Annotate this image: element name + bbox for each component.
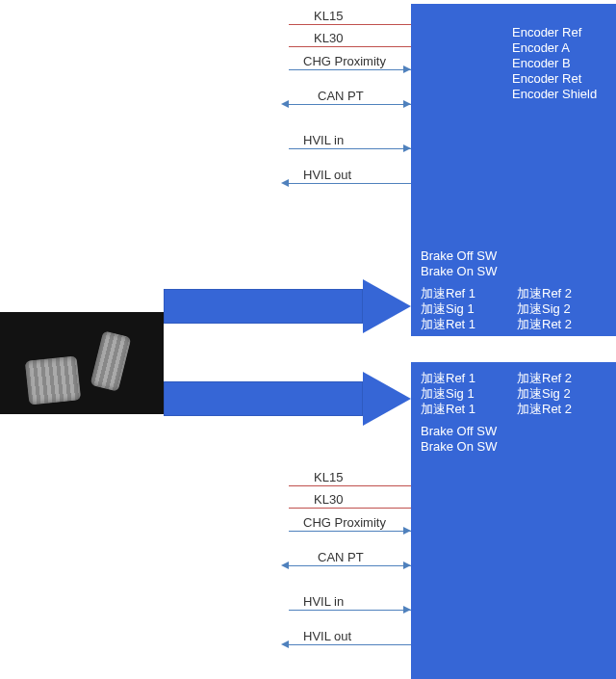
hvil-in-wire-top [289,148,411,149]
encoder-shield-label: Encoder Shield [512,87,597,101]
kl15-wire-top [289,24,411,25]
hvil-out-label-bot: HVIL out [303,629,351,643]
kl30-wire-top [289,46,411,47]
hvil-in-arrow-top [403,144,411,152]
accel-ret-1-bot: 加速Ret 1 [421,401,475,418]
encoder-a-label: Encoder A [512,40,570,55]
encoder-b-label: Encoder B [512,56,571,70]
accel-ret-2-top: 加速Ret 2 [517,316,572,333]
encoder-ref-label: Encoder Ref [512,25,581,39]
chg-prox-label-bot: CHG Proximity [303,515,386,530]
chg-prox-label-top: CHG Proximity [303,54,386,68]
brake-on-sw-label-top: Brake On SW [421,264,497,278]
hvil-out-arrow-bot [281,640,289,648]
kl15-wire-bot [289,485,411,486]
hvil-in-arrow-bot [403,606,411,614]
controller-top-box: Encoder Ref Encoder A Encoder B Encoder … [411,4,616,336]
chg-prox-wire-bot [289,531,411,532]
brake-off-sw-label-bot: Brake Off SW [421,424,497,438]
pedal-to-bottom-arrow [164,372,411,426]
chg-prox-arrow-bot [403,527,411,535]
can-pt-arrow-r-bot [403,561,411,569]
kl15-label-top: KL15 [314,9,343,23]
can-pt-arrow-l-bot [281,561,289,569]
can-pt-wire-bot [289,565,411,566]
accel-ret-2-bot: 加速Ret 2 [517,401,572,418]
kl30-label-bot: KL30 [314,492,343,507]
brake-off-sw-label-top: Brake Off SW [421,248,497,263]
pedal-to-top-arrow [164,279,411,333]
can-pt-label-bot: CAN PT [318,550,364,564]
kl30-label-top: KL30 [314,31,343,45]
controller-bottom-box: 加速Ref 1 加速Sig 1 加速Ret 1 加速Ref 2 加速Sig 2 … [411,362,616,679]
accel-ret-1-top: 加速Ret 1 [421,316,475,333]
hvil-out-wire-bot [289,644,411,645]
can-pt-wire-top [289,104,411,105]
hvil-out-arrow-top [281,179,289,187]
can-pt-label-top: CAN PT [318,89,364,103]
pedal-assembly-image [0,312,164,414]
hvil-in-label-bot: HVIL in [303,594,344,609]
hvil-out-label-top: HVIL out [303,168,351,182]
hvil-in-label-top: HVIL in [303,133,344,147]
hvil-in-wire-bot [289,610,411,611]
can-pt-arrow-l-top [281,100,289,108]
chg-prox-wire-top [289,69,411,70]
kl15-label-bot: KL15 [314,470,343,484]
kl30-wire-bot [289,508,411,509]
can-pt-arrow-r-top [403,100,411,108]
encoder-ret-label: Encoder Ret [512,71,581,86]
brake-on-sw-label-bot: Brake On SW [421,439,497,454]
hvil-out-wire-top [289,183,411,184]
chg-prox-arrow-top [403,65,411,73]
